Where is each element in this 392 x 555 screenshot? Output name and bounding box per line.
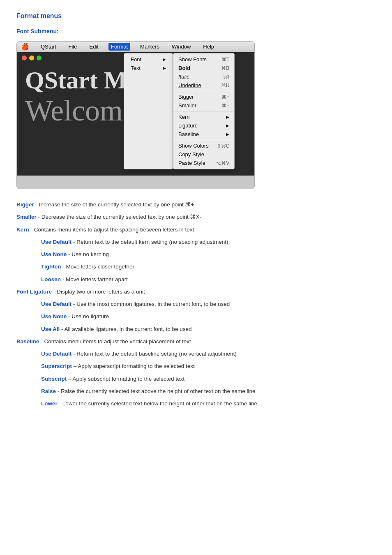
paste-style-item[interactable]: Paste Style ⌥⌘V <box>173 159 234 167</box>
desc-item: Use None - Use no ligature <box>41 312 376 321</box>
term-label: Baseline <box>16 338 39 345</box>
desc-item: Use Default - Use the most common ligatu… <box>41 300 376 308</box>
kern-item[interactable]: Kern ▶ <box>173 113 234 121</box>
italic-label: Italic <box>178 74 189 80</box>
page-title: Format menus <box>16 12 376 20</box>
menu-window[interactable]: Window <box>169 43 193 51</box>
desc-text: Apply superscript formatting to the sele… <box>78 363 194 369</box>
close-button[interactable] <box>22 56 27 60</box>
term-label: Kern <box>16 227 29 233</box>
desc-item: Superscript – Apply superscript formatti… <box>41 362 376 370</box>
ligature-label: Ligature <box>178 123 198 129</box>
term-separator: - <box>71 301 76 307</box>
apple-menu[interactable]: 🍎 <box>21 43 29 51</box>
separator-2 <box>173 111 234 111</box>
desc-item: Use All - All available ligatures, in th… <box>41 325 376 333</box>
desc-item: Lower - Lower the currently selected tex… <box>41 400 376 408</box>
minimize-button[interactable] <box>29 56 34 60</box>
term-label: Tighten <box>41 264 61 270</box>
menu-format[interactable]: Format <box>108 43 130 51</box>
term-label: Superscript <box>41 363 72 369</box>
underline-shortcut: ⌘U <box>221 83 230 88</box>
bigger-item[interactable]: Bigger ⌘+ <box>173 92 234 101</box>
separator-3 <box>173 140 234 140</box>
section-title: Font Submenu: <box>16 28 376 35</box>
desc-text: Increase the size of the currently selec… <box>39 201 194 208</box>
baseline-label: Baseline <box>178 131 199 137</box>
menu-bar: 🍎 QStart File Edit Format Markers Window… <box>17 42 254 52</box>
desc-item: Kern - Contains menu items to adjust the… <box>16 226 376 234</box>
term-separator: - <box>60 326 64 332</box>
ligature-arrow-icon: ▶ <box>226 123 229 128</box>
bigger-shortcut: ⌘+ <box>221 94 229 100</box>
term-label: Use None <box>41 313 67 319</box>
bold-shortcut: ⌘B <box>221 65 229 71</box>
menu-file[interactable]: File <box>66 43 80 51</box>
show-colors-shortcut: ⇧⌘C <box>217 143 230 149</box>
dropdown-overlay: Font ▶ Text ▶ Show Fonts ⌘T Bold ⌘B Ital… <box>124 53 235 169</box>
text-label: Text <box>131 65 141 71</box>
bold-item[interactable]: Bold ⌘B <box>173 64 234 72</box>
menu-edit[interactable]: Edit <box>87 43 101 51</box>
font-label: Font <box>131 56 141 62</box>
kern-label: Kern <box>178 114 189 120</box>
desc-item: Use None - Use no kerning <box>41 250 376 259</box>
font-submenu[interactable]: Show Fonts ⌘T Bold ⌘B Italic ⌘I Underlin… <box>173 53 235 169</box>
format-dropdown[interactable]: Font ▶ Text ▶ <box>124 53 173 169</box>
menu-qstart[interactable]: QStart <box>38 43 59 51</box>
desc-text: Raise the currently selected text above … <box>61 388 256 394</box>
menu-help[interactable]: Help <box>201 43 217 51</box>
term-separator: - <box>34 201 39 208</box>
term-label: Use Default <box>41 301 71 307</box>
desc-item: Bigger - Increase the size of the curren… <box>16 201 376 209</box>
ligature-item[interactable]: Ligature ▶ <box>173 121 234 130</box>
term-separator: – <box>67 376 72 382</box>
term-label: Raise <box>41 388 56 394</box>
term-label: Use Default <box>41 351 71 357</box>
desc-text: Return text to the default kern setting … <box>76 239 228 245</box>
term-label: Smaller <box>16 214 37 220</box>
desc-text: Apply subscript formatting to the select… <box>73 376 184 382</box>
desc-text: Contains menu items to adjust the spacin… <box>34 227 194 233</box>
desc-item: Use Default - Return text to the default… <box>41 238 376 246</box>
text-arrow-icon: ▶ <box>163 66 166 70</box>
desc-text: Move letters farther apart <box>66 276 128 282</box>
desc-item: Tighten - Move letters closer together <box>41 263 376 271</box>
menu-markers[interactable]: Markers <box>138 43 162 51</box>
term-separator: - <box>67 251 71 257</box>
desc-text: Move letters closer together <box>66 264 135 270</box>
screenshot-container: 🍎 QStart File Edit Format Markers Window… <box>16 41 255 189</box>
baseline-item[interactable]: Baseline ▶ <box>173 130 234 139</box>
italic-item[interactable]: Italic ⌘I <box>173 72 234 81</box>
desc-item: Loosen - Move letters farther apart <box>41 275 376 284</box>
desc-text: Use no kerning <box>71 251 109 257</box>
separator-1 <box>173 91 234 91</box>
term-label: Use None <box>41 251 67 257</box>
desc-text: Use no ligature <box>71 313 109 319</box>
desc-item: Font Ligature - Display two or more lett… <box>16 288 376 296</box>
smaller-item[interactable]: Smaller ⌘− <box>173 101 234 110</box>
desc-item: Use Default - Return text to the default… <box>41 350 376 358</box>
term-separator: - <box>52 289 57 295</box>
smaller-label: Smaller <box>178 102 196 109</box>
term-separator: - <box>39 338 44 345</box>
format-font-item[interactable]: Font ▶ <box>124 55 173 64</box>
term-separator: - <box>58 400 62 407</box>
italic-shortcut: ⌘I <box>223 74 229 80</box>
underline-item[interactable]: Underline ⌘U <box>173 81 234 90</box>
desc-item: Subscript – Apply subscript formatting t… <box>41 375 376 383</box>
maximize-button[interactable] <box>37 56 42 60</box>
paste-style-shortcut: ⌥⌘V <box>215 160 229 166</box>
term-label: Font Ligature <box>16 289 52 295</box>
show-fonts-item[interactable]: Show Fonts ⌘T <box>173 55 234 64</box>
term-label: Subscript <box>41 376 67 382</box>
desc-text: Return text to the default baseline sett… <box>76 351 236 357</box>
copy-style-item[interactable]: Copy Style <box>173 150 234 159</box>
term-label: Bigger <box>16 201 34 208</box>
kern-arrow-icon: ▶ <box>226 115 229 119</box>
format-text-item[interactable]: Text ▶ <box>124 64 173 72</box>
term-label: Use Default <box>41 239 71 245</box>
copy-style-label: Copy Style <box>178 151 204 157</box>
term-label: Use All <box>41 326 60 332</box>
show-colors-item[interactable]: Show Colors ⇧⌘C <box>173 141 234 150</box>
